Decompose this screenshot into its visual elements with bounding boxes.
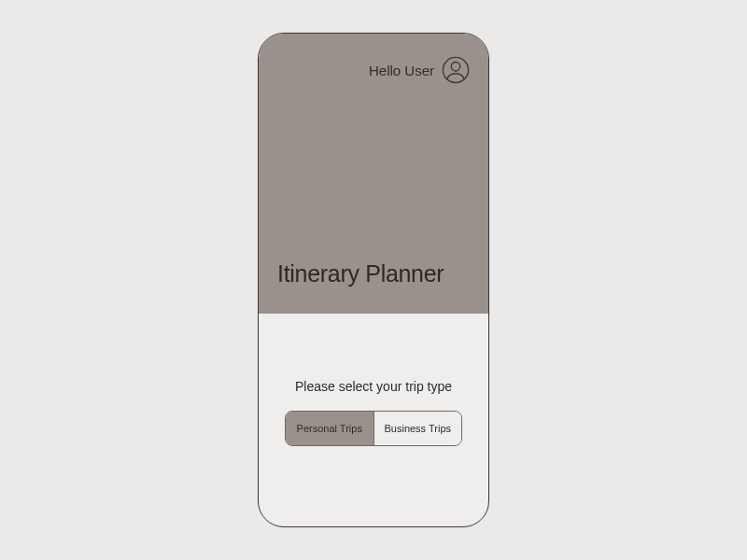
phone-frame: Hello User Itinerary Planner Please sele…	[258, 33, 489, 527]
avatar-icon[interactable]	[442, 56, 470, 84]
hero-section: Hello User Itinerary Planner	[259, 34, 488, 314]
prompt-text: Please select your trip type	[295, 379, 452, 394]
page-title: Itinerary Planner	[277, 260, 470, 287]
lower-section: Please select your trip type Personal Tr…	[259, 314, 488, 446]
greeting-text: Hello User	[369, 63, 434, 78]
tab-personal-trips[interactable]: Personal Trips	[286, 412, 374, 445]
header: Hello User	[277, 56, 470, 84]
trip-type-selector: Personal Trips Business Trips	[285, 411, 462, 446]
tab-business-trips[interactable]: Business Trips	[374, 412, 462, 445]
svg-point-1	[451, 63, 459, 71]
